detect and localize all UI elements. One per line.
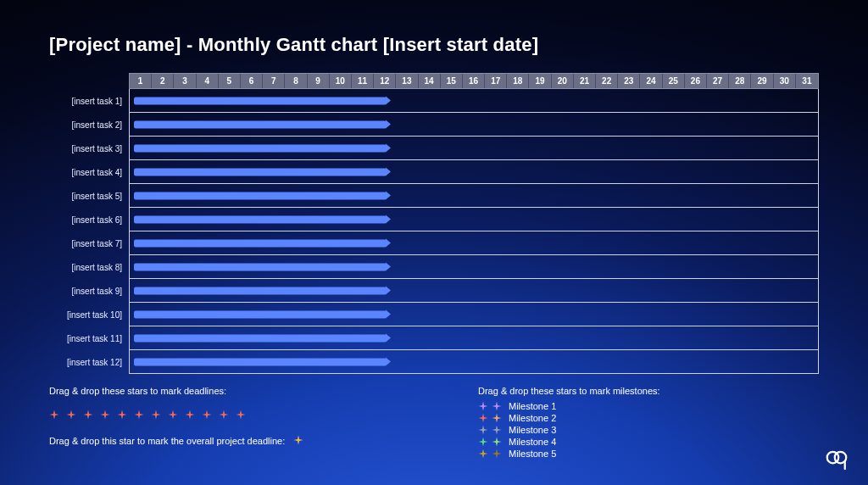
day-header-cell: 28 — [729, 74, 751, 88]
milestone-label: Milestone 1 — [509, 401, 556, 411]
day-header-cell: 22 — [596, 74, 618, 88]
overall-deadline-star-icon[interactable] — [293, 435, 303, 445]
day-header-cell: 15 — [441, 74, 463, 88]
task-row-track — [129, 113, 819, 137]
deadline-star-icon[interactable] — [134, 410, 144, 420]
day-header-cell: 1 — [130, 74, 152, 88]
milestones-hint: Drag & drop these stars to mark mileston… — [478, 386, 819, 396]
task-row-track — [129, 231, 819, 255]
day-header-cell: 3 — [174, 74, 196, 88]
day-header-cell: 16 — [463, 74, 485, 88]
day-header-cell: 7 — [263, 74, 285, 88]
milestone-star-pair — [478, 413, 502, 423]
day-header-cell: 31 — [796, 74, 818, 88]
task-row-label: [insert task 9] — [49, 279, 129, 303]
milestone-star-icon[interactable] — [492, 425, 502, 435]
overall-deadline-star-slot — [293, 435, 303, 447]
milestone-item: Milestone 5 — [478, 449, 819, 459]
task-row-track — [129, 255, 819, 279]
day-header-cell: 13 — [396, 74, 418, 88]
task-row-label: [insert task 11] — [49, 326, 129, 350]
deadline-star-icon[interactable] — [117, 410, 127, 420]
milestone-star-icon[interactable] — [492, 437, 502, 447]
task-row-track — [129, 303, 819, 326]
task-bar[interactable] — [134, 144, 387, 152]
day-header-cell: 2 — [152, 74, 174, 88]
day-header-cell: 26 — [685, 74, 707, 88]
gantt-chart: 1234567891011121314151617181920212223242… — [49, 73, 819, 374]
task-bar[interactable] — [134, 168, 387, 176]
day-header-cell: 8 — [285, 74, 307, 88]
task-bar[interactable] — [134, 192, 387, 199]
task-row-track — [129, 279, 819, 303]
task-row-track — [129, 350, 819, 374]
day-header-cell: 25 — [663, 74, 685, 88]
milestone-star-icon[interactable] — [478, 413, 488, 423]
deadlines-hint: Drag & drop these stars to mark deadline… — [49, 386, 226, 396]
day-header-cell: 14 — [419, 74, 441, 88]
day-header-cell: 11 — [352, 74, 374, 88]
milestone-star-icon[interactable] — [478, 401, 488, 411]
task-row-label: [insert task 7] — [49, 231, 129, 255]
milestone-item: Milestone 4 — [478, 437, 819, 447]
deadline-star-icon[interactable] — [83, 410, 93, 420]
milestone-item: Milestone 3 — [478, 425, 819, 435]
milestone-label: Milestone 5 — [509, 449, 556, 459]
milestone-star-icon[interactable] — [478, 425, 488, 435]
task-row-label: [insert task 1] — [49, 89, 129, 113]
task-bar[interactable] — [134, 120, 387, 128]
task-row-track — [129, 160, 819, 184]
milestone-star-icon[interactable] — [492, 413, 502, 423]
milestone-star-icon[interactable] — [492, 449, 502, 459]
task-bar[interactable] — [134, 310, 387, 318]
day-header-cell: 29 — [751, 74, 773, 88]
app-logo-icon — [824, 446, 849, 471]
milestone-star-icon[interactable] — [478, 449, 488, 459]
day-header-cell: 27 — [707, 74, 729, 88]
deadline-star-icon[interactable] — [49, 410, 59, 420]
task-row-label: [insert task 12] — [49, 350, 129, 374]
day-header-cell: 12 — [374, 74, 396, 88]
day-header-cell: 6 — [241, 74, 263, 88]
task-row-label: [insert task 2] — [49, 113, 129, 137]
milestone-star-pair — [478, 449, 502, 459]
task-row-label: [insert task 10] — [49, 303, 129, 326]
task-row-track — [129, 89, 819, 113]
task-bar[interactable] — [134, 97, 387, 104]
deadline-star-icon[interactable] — [185, 410, 195, 420]
task-row-track — [129, 137, 819, 160]
deadline-star-icon[interactable] — [202, 410, 212, 420]
task-row-label: [insert task 6] — [49, 208, 129, 231]
deadline-star-icon[interactable] — [168, 410, 178, 420]
deadline-star-icon[interactable] — [236, 410, 246, 420]
task-bar[interactable] — [134, 215, 387, 223]
day-header-cell: 10 — [330, 74, 352, 88]
task-row-label: [insert task 3] — [49, 137, 129, 160]
deadline-star-icon[interactable] — [100, 410, 110, 420]
task-bar[interactable] — [134, 263, 387, 270]
deadline-star-icon[interactable] — [151, 410, 161, 420]
task-row-track — [129, 326, 819, 350]
day-header-cell: 18 — [507, 74, 529, 88]
day-header-cell: 20 — [552, 74, 574, 88]
day-header-cell: 23 — [618, 74, 640, 88]
deadline-star-icon[interactable] — [219, 410, 229, 420]
day-header-cell: 17 — [485, 74, 507, 88]
milestone-star-icon[interactable] — [492, 401, 502, 411]
task-bar[interactable] — [134, 334, 387, 342]
gantt-day-header: 1234567891011121314151617181920212223242… — [129, 73, 819, 89]
milestone-label: Milestone 2 — [509, 413, 556, 423]
day-header-cell: 30 — [774, 74, 796, 88]
day-header-cell: 9 — [308, 74, 330, 88]
milestone-star-icon[interactable] — [478, 437, 488, 447]
task-bar[interactable] — [134, 239, 387, 247]
task-bar[interactable] — [134, 358, 387, 365]
day-header-cell: 19 — [529, 74, 551, 88]
day-header-cell: 5 — [219, 74, 241, 88]
task-bar[interactable] — [134, 287, 387, 294]
milestone-item: Milestone 2 — [478, 413, 819, 423]
deadline-star-icon[interactable] — [66, 410, 76, 420]
milestone-label: Milestone 4 — [509, 437, 556, 447]
gantt-footer: Drag & drop these stars to mark deadline… — [49, 386, 819, 459]
task-row-track — [129, 208, 819, 231]
